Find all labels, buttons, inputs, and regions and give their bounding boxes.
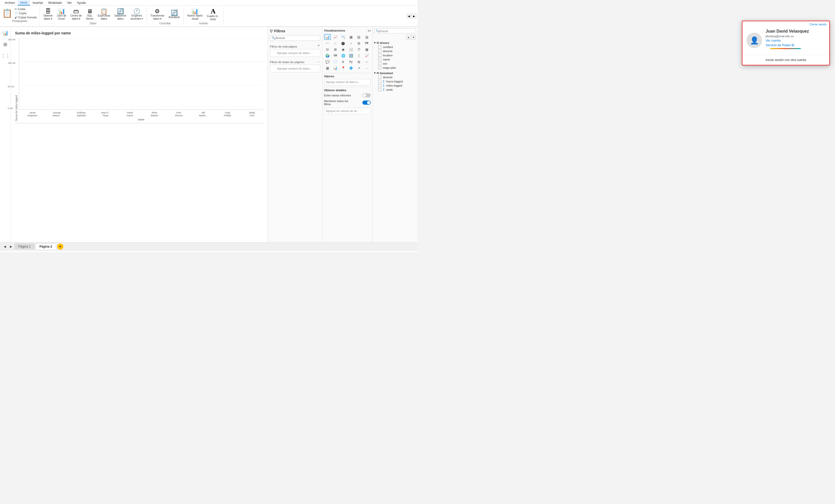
viz-qna[interactable]: 🔢: [348, 53, 354, 58]
viz-filled-map[interactable]: 🗺: [332, 53, 339, 58]
viz-waterfall[interactable]: 〰: [324, 40, 331, 46]
field-miles-logged-checkbox[interactable]: [378, 84, 381, 87]
sidebar-data-icon[interactable]: ⊞: [1, 40, 9, 48]
sidebar-model-icon[interactable]: ⋮⋮: [1, 52, 9, 60]
ribbon-scroll-left[interactable]: ◀: [407, 14, 411, 18]
page-tab-1[interactable]: Página 1: [15, 244, 35, 249]
viz-pie[interactable]: ⬤: [340, 40, 347, 46]
viz-area-chart[interactable]: 📉: [340, 34, 347, 40]
viz-card[interactable]: ⬜: [348, 46, 354, 52]
all-pages-filter-drop[interactable]: Agregar campos de datos ...: [270, 65, 320, 72]
viz-more[interactable]: ···: [363, 65, 370, 71]
viz-scroll-left[interactable]: ‹: [368, 28, 369, 33]
page-nav-left[interactable]: ◀: [2, 244, 7, 249]
field-driverid-1-checkbox[interactable]: [378, 50, 381, 53]
copy-button[interactable]: 📄 Copia: [14, 12, 38, 15]
field-driverid-2[interactable]: driverId: [374, 75, 416, 79]
field-driverid-1[interactable]: driverId: [374, 49, 416, 53]
viz-r-visual[interactable]: R: [340, 59, 347, 65]
page-nav-right[interactable]: ▶: [8, 244, 14, 249]
menu-ver[interactable]: Ver: [64, 1, 74, 5]
page-filters-collapse[interactable]: ⌃: [317, 44, 320, 48]
viz-icon3[interactable]: 💠: [348, 65, 354, 71]
zoom-plus[interactable]: +: [400, 252, 402, 252]
origenes-button[interactable]: 🕐 Orígenesrecientes ▾: [129, 8, 144, 21]
filters-search-input[interactable]: [276, 36, 319, 40]
menu-archivo[interactable]: Archivo: [2, 1, 18, 5]
filters-search-box[interactable]: 🔍: [270, 35, 320, 41]
field-week[interactable]: Σ week: [374, 88, 416, 92]
viz-hierarchy-slicer[interactable]: 📊: [332, 65, 339, 71]
viz-bar-chart[interactable]: 📊: [324, 34, 331, 40]
transformar-button[interactable]: ⚙ Transformardatos ▾: [149, 8, 166, 21]
viz-table[interactable]: ⊟: [324, 46, 331, 52]
cuadro-texto-button[interactable]: A Cuadro d...texto: [205, 7, 221, 21]
all-pages-more[interactable]: ···: [317, 60, 320, 64]
field-miles-logged[interactable]: Σ miles-logged: [374, 83, 416, 88]
field-hours-logged-checkbox[interactable]: [378, 80, 381, 83]
field-name[interactable]: name: [374, 57, 416, 62]
valores-drop[interactable]: Agregar campos de datos a...: [324, 79, 371, 85]
viz-ribbon[interactable]: ▥: [363, 34, 370, 40]
especificar-button[interactable]: 📋 Especificardatos: [96, 8, 112, 21]
menu-inicio[interactable]: Inicio: [18, 0, 30, 5]
field-certified-checkbox[interactable]: [378, 45, 381, 48]
viz-icon2[interactable]: 📍: [340, 65, 347, 71]
centro-datos-button[interactable]: 🗃 Centro dedatos ▾: [69, 8, 83, 21]
viz-scroll-right[interactable]: ›: [369, 28, 371, 33]
fields-search-input[interactable]: [379, 29, 415, 33]
page-tab-2[interactable]: Página 2: [36, 244, 56, 249]
toggle-informes[interactable]: [362, 93, 371, 98]
field-ssn-checkbox[interactable]: [378, 62, 381, 65]
viz-python-visual[interactable]: Py: [348, 59, 354, 65]
field-wage-plan[interactable]: wage-plan: [374, 66, 416, 70]
fields-scroll-down[interactable]: ▼: [411, 35, 416, 40]
fields-scroll-up[interactable]: ▲: [406, 35, 411, 40]
viz-treemap[interactable]: ⊞: [355, 40, 362, 46]
ribbon-scroll-right[interactable]: ▶: [412, 14, 416, 18]
field-certified[interactable]: certified: [374, 45, 416, 49]
zoom-minus[interactable]: −: [380, 252, 381, 252]
format-button[interactable]: 🖌 Copiar formato: [14, 16, 38, 19]
field-location-checkbox[interactable]: [378, 54, 381, 57]
fit-page-icon[interactable]: ⊡: [411, 251, 414, 252]
sql-server-button[interactable]: 🖥 SQLServer: [84, 8, 95, 21]
menu-modelado[interactable]: Modelado: [46, 1, 65, 5]
viz-shape-map[interactable]: 🌍: [324, 53, 331, 58]
viz-scatter[interactable]: ∴: [332, 40, 339, 46]
actualizar-button[interactable]: 🔄 Actualizar: [167, 9, 181, 19]
viz-map[interactable]: 🗺: [363, 40, 370, 46]
viz-clustered-bar[interactable]: ▤: [355, 34, 362, 40]
drill-drop[interactable]: Agregue los campos de ob...: [324, 108, 371, 114]
field-name-checkbox[interactable]: [378, 58, 381, 61]
fields-search-box[interactable]: 🔍: [374, 28, 416, 33]
field-driverid-2-checkbox[interactable]: [378, 76, 381, 79]
add-page-button[interactable]: +: [57, 244, 63, 250]
sidebar-report-icon[interactable]: 📊: [1, 29, 9, 37]
toggle-filtros[interactable]: [362, 101, 371, 105]
field-location[interactable]: location: [374, 53, 416, 57]
viz-smart-narr[interactable]: 💬: [324, 59, 331, 65]
viz-kpi[interactable]: ⏱: [355, 46, 362, 52]
nuevo-visual-button[interactable]: 📊 Nuevo objetovisual: [186, 8, 204, 21]
viz-gauge[interactable]: ◉: [340, 46, 347, 52]
viz-matrix[interactable]: ⊠: [332, 46, 339, 52]
viz-donut[interactable]: ○: [348, 40, 354, 46]
field-wage-plan-checkbox[interactable]: [378, 66, 381, 69]
field-group-timesheet-header[interactable]: ▾ ⊟ timesheet: [374, 71, 416, 75]
field-ssn[interactable]: ssn: [374, 62, 416, 66]
viz-paginated[interactable]: 📄: [332, 59, 339, 65]
menu-ayuda[interactable]: Ayuda: [74, 1, 88, 5]
viz-other1[interactable]: ⊞: [355, 59, 362, 65]
field-hours-logged[interactable]: Σ hours-logged: [374, 79, 416, 83]
field-group-drivers-header[interactable]: ▾ ⊟ drivers: [374, 41, 416, 45]
viz-power-automate[interactable]: ↗: [355, 65, 362, 71]
viz-key-inf[interactable]: 📈: [363, 53, 370, 58]
libro-excel-button[interactable]: 📊 Libro deExcel: [55, 8, 68, 21]
viz-slicer[interactable]: ▦: [363, 46, 370, 52]
page-filter-drop[interactable]: Agregar campos de datos ...: [270, 49, 320, 57]
viz-line-chart[interactable]: 📈: [332, 34, 339, 40]
viz-decomp-tree[interactable]: ⌷: [355, 53, 362, 58]
cut-button[interactable]: ✂ Cortar: [14, 7, 38, 11]
viz-stacked-bar[interactable]: ▦: [348, 34, 354, 40]
